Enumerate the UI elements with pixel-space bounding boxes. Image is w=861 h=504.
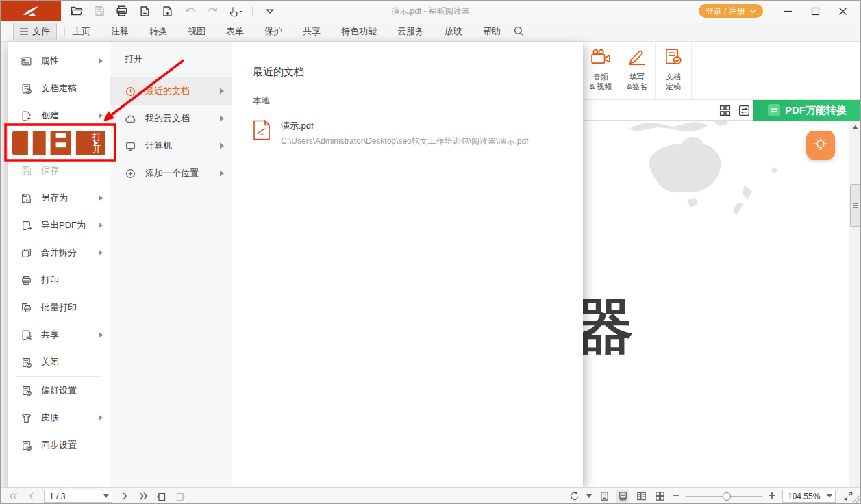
save-as-icon [21,192,32,204]
next-view-button[interactable] [174,490,186,503]
open-item-label: 计算机 [145,140,172,152]
ribbon-group-label: 音频& 视频 [590,72,612,91]
menu-item-save-as[interactable]: 另存为 [8,184,110,212]
menu-item-label: 打印 [41,274,59,286]
recent-file-name: 演示.pdf [281,120,528,132]
menu-item-open-selected[interactable]: 打开 [12,131,105,155]
open-item-recent-documents[interactable]: 最近的文档 [110,77,232,105]
file-menu-column: 属性 文档定稿 创建 打开 保存 另 [8,42,110,487]
tab-view[interactable]: 视图 [188,25,205,38]
tab-home[interactable]: 主页 [73,25,90,38]
menu-item-label: 保存 [41,164,59,177]
recent-file-item[interactable]: 演示.pdf C:\Users\Administrator\Desktop\se… [253,120,583,147]
submenu-arrow-icon [99,250,103,256]
maximize-button[interactable] [801,1,829,21]
menu-item-properties[interactable]: 属性 [8,47,110,75]
convert-swap-icon [768,104,780,116]
menu-item-export-pdf[interactable]: 导出PDF为 [8,212,110,239]
menu-item-skin[interactable]: 皮肤 [8,404,110,431]
menu-item-share[interactable]: 共享 [8,321,110,349]
ribbon-audio-video-button[interactable]: 音频& 视频 [583,42,619,100]
view-thumbnails-button[interactable] [653,490,666,503]
hand-tool-icon[interactable] [227,3,242,18]
menu-item-doc-finalize[interactable]: 文档定稿 [8,75,110,102]
tips-lightbulb-button[interactable] [806,131,835,160]
last-page-button[interactable] [137,490,149,503]
previous-view-button[interactable] [155,490,168,503]
scrollbar-thumb[interactable] [850,184,860,227]
zoom-level-box[interactable]: 104.55% [782,490,836,503]
quick-access-toolbar [69,1,277,21]
close-doc-icon [21,357,32,368]
open-item-add-location[interactable]: 添加一个位置 [110,160,232,187]
tab-comment[interactable]: 注释 [111,25,129,38]
tab-features[interactable]: 特色功能 [341,25,377,38]
open-file-icon[interactable] [69,3,84,18]
minimize-button[interactable] [774,1,801,21]
swap-page-icon[interactable] [738,104,751,117]
foxit-logo[interactable] [1,1,61,21]
next-page-button[interactable] [118,490,131,503]
foxit-fox-icon [22,5,40,17]
cloud-icon [125,113,136,125]
tab-present[interactable]: 放映 [445,25,462,38]
tab-form[interactable]: 表单 [226,25,244,38]
open-item-label: 我的云文档 [145,112,190,125]
window-controls [774,1,856,21]
view-continuous-button[interactable] [616,490,629,503]
submenu-arrow-icon [220,116,224,122]
add-circle-icon [125,168,136,179]
tab-protect[interactable]: 保护 [264,25,282,38]
new-document-icon[interactable] [160,3,175,18]
submenu-arrow-icon [220,143,224,149]
customize-toolbar-chevron-icon[interactable] [262,3,277,18]
open-item-computer[interactable]: 计算机 [110,132,232,160]
page-organize-icon[interactable] [137,3,152,18]
ribbon-doc-finalize-button[interactable]: 文档定稿 [656,42,692,100]
login-register-button[interactable]: 登录 / 注册 [699,4,763,18]
menu-bar: 文件 主页 注释 转换 视图 表单 保护 共享 特色功能 云服务 放映 帮助 [1,21,860,42]
view-facing-button[interactable] [635,490,647,503]
menu-tabs: 主页 注释 转换 视图 表单 保护 共享 特色功能 云服务 放映 帮助 [73,25,501,38]
menu-item-sync-settings[interactable]: 同步设置 [8,431,110,459]
page-dropdown-caret-icon [103,494,109,498]
search-icon[interactable] [513,25,525,37]
menu-item-batch-print[interactable]: 批量打印 [8,294,110,321]
first-page-button[interactable] [7,490,19,503]
zoom-slider[interactable] [686,490,762,503]
menu-item-print[interactable]: 打印 [8,266,110,294]
merge-split-icon [21,247,32,259]
zoom-in-button[interactable] [768,491,776,502]
previous-page-button[interactable] [25,490,38,503]
thumbnail-grid-icon[interactable] [719,104,732,117]
scroll-up-arrow-icon[interactable] [849,122,861,133]
rotate-view-button[interactable] [568,490,580,503]
properties-icon [21,55,32,67]
zoom-out-button[interactable] [672,491,680,502]
tab-share[interactable]: 共享 [303,25,321,38]
open-item-cloud-documents[interactable]: 我的云文档 [110,105,232,132]
menu-item-close[interactable]: 关闭 [8,349,110,376]
recent-documents-title: 最近的文档 [253,66,583,79]
view-single-page-button[interactable] [598,490,610,503]
doc-finalize-icon [21,83,32,94]
menu-item-label: 同步设置 [41,439,77,451]
ribbon-fill-sign-button[interactable]: 填写&签名 [619,42,656,100]
tab-convert[interactable]: 转换 [149,25,167,38]
menu-item-label: 合并拆分 [41,247,77,259]
file-menu-panel: 属性 文档定稿 创建 打开 保存 另 [8,42,583,487]
tab-help[interactable]: 帮助 [483,25,501,38]
tab-cloud[interactable]: 云服务 [397,25,424,38]
print-icon[interactable] [114,3,129,18]
menu-item-preferences[interactable]: 偏好设置 [8,377,110,404]
rotate-dropdown-caret-icon[interactable] [586,494,592,498]
page-number-box[interactable]: 1 / 3 [44,490,112,503]
pdf-convert-button[interactable]: PDF万能转换 [753,100,861,121]
submenu-arrow-icon [99,223,103,229]
zoom-slider-knob[interactable] [723,492,731,501]
menu-item-merge-split[interactable]: 合并拆分 [8,239,110,266]
window-resize-grip[interactable] [850,493,860,503]
close-button[interactable] [829,1,856,21]
file-menu-button[interactable]: 文件 [13,23,57,40]
vertical-scrollbar[interactable] [849,121,861,487]
